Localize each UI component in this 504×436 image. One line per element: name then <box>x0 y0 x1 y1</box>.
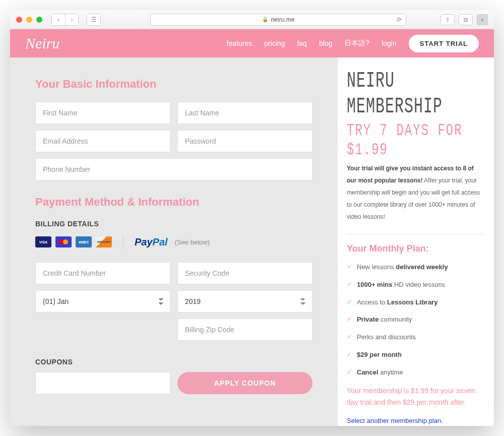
cc-number-field[interactable] <box>35 262 170 284</box>
nav-pricing[interactable]: pricing <box>264 39 285 47</box>
site-header: Neiru features pricing faq blog 日本語? log… <box>10 29 494 57</box>
security-code-field[interactable] <box>177 262 312 284</box>
logo[interactable]: Neiru <box>25 35 59 52</box>
price-note: Your membership is $1.99 for your seven … <box>347 385 484 409</box>
url-text: neiru.me <box>271 16 295 23</box>
plan-item: 1000+ mins HD video lessons <box>347 280 484 290</box>
nav-japanese[interactable]: 日本語? <box>344 39 369 48</box>
password-field[interactable] <box>177 130 312 152</box>
share-button[interactable]: ⇪ <box>440 14 455 25</box>
membership-title: NEIRU MEMBERSHIP <box>347 68 484 119</box>
phone-field[interactable] <box>35 158 312 180</box>
email-field[interactable] <box>35 130 170 152</box>
trial-price-title: TRY 7 DAYS FOR $1.99 <box>347 121 484 159</box>
zip-field[interactable] <box>177 319 312 341</box>
nav-back-forward: ‹ › <box>51 14 79 26</box>
sidebar-icon: ☰ <box>87 14 100 25</box>
lock-icon: 🔒 <box>262 17 268 22</box>
nav-features[interactable]: features <box>227 39 253 47</box>
divider <box>347 234 484 234</box>
payment-title: Payment Method & Information <box>35 196 312 209</box>
paypal-icon[interactable]: PayPal <box>135 236 168 248</box>
discover-icon: DISCOVER <box>96 236 112 247</box>
browser-titlebar: ‹ › ☰ 🔒 neiru.me ⟳ ⇪ ⧉ + <box>10 10 494 29</box>
maximize-icon[interactable] <box>36 17 42 23</box>
payment-methods: VISA AMEX DISCOVER PayPal (See below) <box>35 235 312 249</box>
forward-button[interactable]: › <box>65 14 78 25</box>
address-bar[interactable]: 🔒 neiru.me ⟳ <box>150 14 406 26</box>
mastercard-icon <box>55 236 72 247</box>
membership-sidebar: NEIRU MEMBERSHIP TRY 7 DAYS FOR $1.99 Yo… <box>338 57 494 426</box>
amex-icon: AMEX <box>76 236 92 247</box>
plan-item: Private community <box>347 315 484 325</box>
plan-item: $29 per month <box>347 350 484 360</box>
basic-info-title: Your Basic Information <box>35 78 312 91</box>
nav-blog[interactable]: blog <box>319 39 332 47</box>
page-content: Your Basic Information Payment Method & … <box>10 57 494 426</box>
start-trial-button[interactable]: START TRIAL <box>409 35 479 52</box>
plan-list: New lessons delivered weekly 1000+ mins … <box>347 262 484 378</box>
apply-coupon-button[interactable]: APPLY COUPON <box>177 372 312 394</box>
minimize-icon[interactable] <box>26 17 32 23</box>
nav-login[interactable]: login <box>382 39 397 47</box>
nav-faq[interactable]: faq <box>297 39 306 47</box>
first-name-field[interactable] <box>35 102 170 124</box>
divider <box>123 235 123 249</box>
plan-item: Cancel anytime <box>347 367 484 378</box>
coupons-label: COUPONS <box>35 358 312 366</box>
exp-year-select[interactable]: 2019 <box>177 290 312 313</box>
checkout-form: Your Basic Information Payment Method & … <box>10 57 338 426</box>
browser-right-buttons: ⇪ ⧉ + <box>440 14 488 25</box>
plan-item: New lessons delivered weekly <box>347 262 484 273</box>
select-plan-link[interactable]: Select another membership plan. <box>347 417 484 424</box>
tabs-button[interactable]: ⧉ <box>459 14 473 25</box>
exp-month-select[interactable]: (01) Jan <box>35 290 170 313</box>
browser-window: ‹ › ☰ 🔒 neiru.me ⟳ ⇪ ⧉ + Neiru features … <box>10 10 494 426</box>
paypal-note: (See below) <box>175 238 210 246</box>
back-button[interactable]: ‹ <box>52 14 65 25</box>
plan-item: Perks and discounts <box>347 332 484 343</box>
billing-label: BILLING DETAILS <box>35 220 312 228</box>
plan-item: Access to Lessons Library <box>347 297 484 308</box>
last-name-field[interactable] <box>177 102 312 124</box>
sidebar-toggle[interactable]: ☰ <box>87 14 101 26</box>
plan-title: Your Monthly Plan: <box>347 243 484 254</box>
main-nav: features pricing faq blog 日本語? login STA… <box>227 35 479 52</box>
new-tab-button[interactable]: + <box>477 14 488 25</box>
reload-icon[interactable]: ⟳ <box>397 16 402 23</box>
visa-icon: VISA <box>35 236 51 247</box>
traffic-lights <box>16 17 42 23</box>
close-icon[interactable] <box>16 17 22 23</box>
trial-description: Your trial will give you instant access … <box>347 162 484 223</box>
coupon-field[interactable] <box>35 372 170 394</box>
